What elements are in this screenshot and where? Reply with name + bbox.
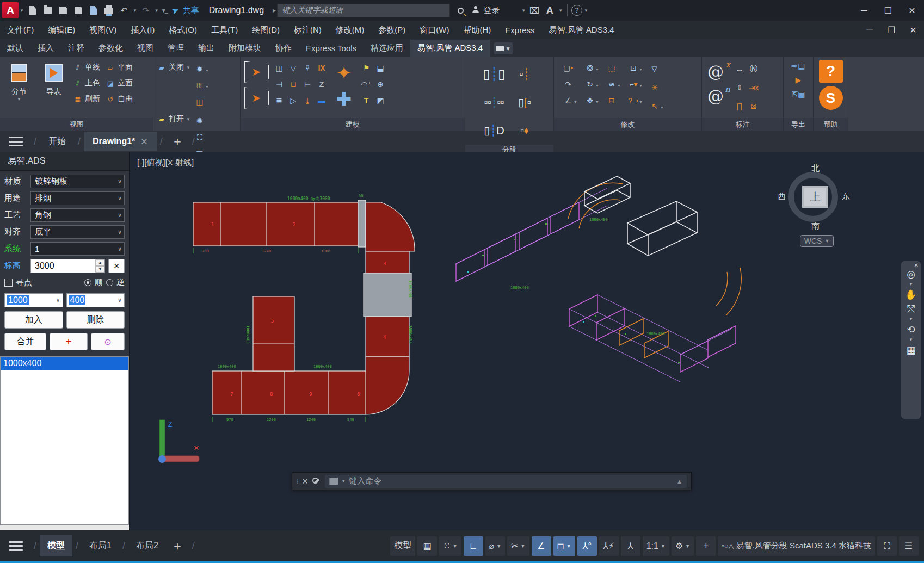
undo-caret[interactable]: ▼ xyxy=(133,8,137,13)
layer-sun-icon[interactable]: ✹▼ xyxy=(194,63,206,75)
material-select[interactable]: 镀锌钢板∨ xyxy=(30,175,125,188)
damper-icon[interactable]: ⚑ xyxy=(360,62,372,74)
menu-item-12[interactable]: Express xyxy=(498,26,541,35)
array-icon[interactable]: ≋▼ xyxy=(606,78,618,90)
nav-wheel-caret[interactable]: ▼ xyxy=(909,283,913,286)
menu-item-8[interactable]: 修改(M) xyxy=(329,25,372,35)
select-arrow-icon[interactable]: ↖▼ xyxy=(649,100,661,112)
size-list-item[interactable]: 1000x400 xyxy=(1,357,128,370)
command-grip[interactable]: ⁞ xyxy=(297,477,298,485)
dim-n-icon[interactable]: @n xyxy=(707,86,724,106)
fillet-icon[interactable]: ↷ xyxy=(562,78,574,90)
duct-draw-button[interactable]: ➤ xyxy=(244,61,269,83)
merge-button[interactable]: 合并 xyxy=(4,333,46,350)
autodesk-caret[interactable]: ▼ xyxy=(558,8,563,13)
segment-single-icon[interactable]: ▫┊ xyxy=(519,68,531,80)
open-file-button[interactable] xyxy=(41,3,55,17)
size-list[interactable]: 1000x400 xyxy=(0,356,129,525)
segment-join-icon[interactable]: ▯[▫ xyxy=(519,96,531,108)
layer-settings-icon[interactable]: ✺ xyxy=(194,115,206,127)
refresh-button[interactable]: ≣刷新 xyxy=(73,92,100,106)
command-bar[interactable]: ⁞ ✕ ▼ 键入命令 ▲ xyxy=(292,472,692,490)
trim-icon[interactable]: ∠▼ xyxy=(562,95,574,107)
layout-menu-icon[interactable] xyxy=(9,541,23,551)
print-button[interactable] xyxy=(102,3,116,17)
menu-item-9[interactable]: 参数(P) xyxy=(371,25,412,35)
annotation-scale-icon[interactable]: ⅄ xyxy=(621,536,640,556)
ribbon-display-caret[interactable]: ▼ xyxy=(494,42,513,54)
compass-west[interactable]: 西 xyxy=(778,191,786,202)
duct-branch-icon[interactable]: ⊢ xyxy=(301,78,313,90)
login-label[interactable]: 登录 xyxy=(483,5,500,16)
duct-offset-icon[interactable]: ⊣ xyxy=(273,78,285,90)
mirror-icon[interactable]: ⌐▾▼ xyxy=(627,78,639,90)
stretch-icon[interactable]: ⬚ xyxy=(606,62,618,74)
layer-lock-icon[interactable]: ⚿▼ xyxy=(194,79,206,91)
tab-close-icon[interactable]: ✕ xyxy=(140,137,147,147)
menu-item-7[interactable]: 标注(N) xyxy=(287,25,329,35)
free-view-button[interactable]: ↺自由 xyxy=(106,92,133,106)
dim-elev-icon[interactable]: ⇕ xyxy=(734,82,746,94)
new-tab-button[interactable]: ＋ xyxy=(171,133,183,150)
share-label[interactable]: 共享 xyxy=(183,5,199,16)
workspace-gear-button[interactable]: ⚙▼ xyxy=(672,536,694,556)
scale-value-button[interactable]: 1:1▼ xyxy=(643,536,669,556)
grid-display-button[interactable]: ▦ xyxy=(417,536,437,556)
export-play-icon[interactable]: ▶ xyxy=(792,74,804,86)
new-file-button[interactable] xyxy=(26,3,40,17)
width-select[interactable]: 1000∨ xyxy=(4,293,63,307)
tap-icon[interactable]: T xyxy=(360,95,372,107)
help-caret[interactable]: ▼ xyxy=(584,8,588,13)
user-icon[interactable] xyxy=(469,3,483,17)
forward-radio[interactable] xyxy=(84,279,91,286)
wcs-dropdown[interactable]: WCS▼ xyxy=(800,235,834,247)
object-snap-tracking-button[interactable]: ∠ xyxy=(532,536,551,556)
navbar-close-icon[interactable]: ✕ xyxy=(914,262,919,268)
menu-item-2[interactable]: 视图(V) xyxy=(82,25,124,35)
snap-mode-button[interactable]: ⁙▼ xyxy=(439,536,461,556)
fitting-plus-icon[interactable]: ✚ xyxy=(332,87,356,111)
doc-close-button[interactable]: ✕ xyxy=(902,21,924,39)
duct-straight-icon[interactable]: ◫ xyxy=(273,62,285,74)
dim-x-icon[interactable]: @x xyxy=(707,62,724,81)
copy-icon[interactable]: ❂▼ xyxy=(584,62,596,74)
close-button[interactable]: ✕ xyxy=(900,0,924,21)
object-snap-button[interactable]: ◻▼ xyxy=(553,536,575,556)
polar-tracking-button[interactable]: ⌀▼ xyxy=(485,536,506,556)
command-history-icon[interactable]: ▲ xyxy=(676,478,682,485)
export-button[interactable] xyxy=(87,3,101,17)
zoom-icon[interactable]: 🜄 xyxy=(649,63,661,75)
segment-split-icon[interactable]: ▯┊▯ xyxy=(488,68,500,80)
elevation-clear-button[interactable]: ✕ xyxy=(108,259,125,273)
ribbon-tab-5[interactable]: 管理 xyxy=(161,40,191,57)
duct-panel-icon[interactable]: ▬ xyxy=(316,95,328,107)
menu-item-10[interactable]: 窗口(W) xyxy=(412,25,456,35)
segment-grid-icon[interactable]: ▫▫┊▫▫ xyxy=(488,96,500,108)
menu-item-3[interactable]: 插入(I) xyxy=(124,25,162,35)
ribbon-tab-4[interactable]: 视图 xyxy=(130,40,161,57)
ribbon-tab-active[interactable]: 易智.风管 ADS3.4 xyxy=(410,40,490,57)
duct-draw2-button[interactable]: ➤ xyxy=(244,87,269,109)
help-question-icon[interactable]: ? xyxy=(819,60,843,83)
ribbon-tab-8[interactable]: 协作 xyxy=(268,40,299,57)
segment-anchor-icon[interactable]: ▫♦ xyxy=(519,125,531,137)
elevation-input[interactable]: 3000 ▲▼ xyxy=(30,259,105,273)
drawing-canvas[interactable]: [-][俯视][X 射线] xyxy=(130,152,924,530)
menu-item-0[interactable]: 文件(F) xyxy=(0,25,41,35)
doc-minimize-button[interactable]: ─ xyxy=(859,21,880,39)
duct-drop-icon[interactable]: ⤓ xyxy=(301,95,313,107)
compass-north[interactable]: 北 xyxy=(811,163,820,174)
showmotion-icon[interactable]: ▦ xyxy=(906,345,915,356)
help-icon[interactable]: ? xyxy=(571,5,582,16)
save-as-button[interactable] xyxy=(71,3,85,17)
align-select[interactable]: 底平∨ xyxy=(30,225,125,239)
layer-expand-icon[interactable]: ⛶ xyxy=(194,131,206,143)
usage-select[interactable]: 排烟∨ xyxy=(30,191,125,205)
zoom-caret[interactable]: ▼ xyxy=(909,318,913,321)
scale-icon[interactable]: ⊡▼ xyxy=(627,62,639,74)
command-settings-icon[interactable] xyxy=(312,477,321,485)
move-icon[interactable]: ✥▼ xyxy=(584,95,596,107)
menu-item-13[interactable]: 易智.风管 ADS3.4 xyxy=(541,25,621,35)
save-button[interactable] xyxy=(56,3,70,17)
circle-button[interactable]: ⊙ xyxy=(91,333,125,350)
